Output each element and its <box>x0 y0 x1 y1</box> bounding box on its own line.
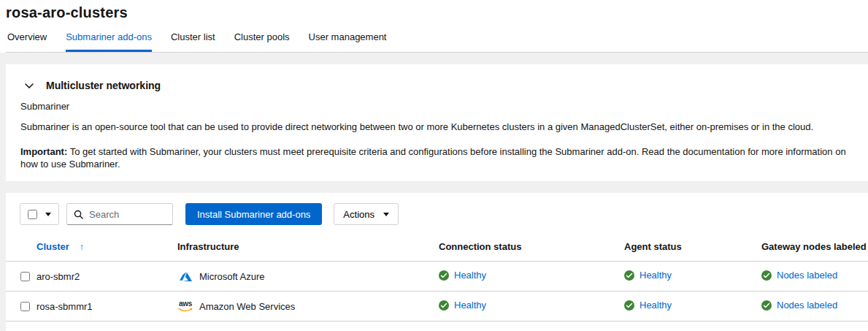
infrastructure-label: Microsoft Azure <box>199 271 265 282</box>
sort-ascending-icon: ↑ <box>80 241 85 252</box>
infrastructure-cell: Microsoft Azure <box>177 270 439 283</box>
aws-logo-icon: aws <box>177 300 193 312</box>
connection-status-link[interactable]: Healthy <box>439 270 486 281</box>
important-note: Important: To get started with Submarine… <box>20 145 856 171</box>
check-circle-icon <box>761 300 772 311</box>
connection-status-link[interactable]: Healthy <box>439 300 486 311</box>
infrastructure-label: Amazon Web Services <box>199 301 295 312</box>
cluster-header-label: Cluster <box>37 241 69 252</box>
table-row: aro-sbmr2 Microsoft Azure Healthy <box>6 262 868 292</box>
table-toolbar: Install Submariner add-ons Actions <box>6 193 868 225</box>
tab-submariner-add-ons[interactable]: Submariner add-ons <box>66 31 152 52</box>
multicluster-networking-expand-toggle[interactable]: Multicluster networking <box>20 80 856 91</box>
azure-logo-icon <box>177 270 193 283</box>
bulk-select-dropdown[interactable] <box>20 203 59 225</box>
header-checkbox-spacer <box>6 238 37 262</box>
check-circle-icon <box>624 270 634 281</box>
chevron-down-icon <box>25 83 34 88</box>
gateway-status-label: Nodes labeled <box>777 270 837 281</box>
connection-status-label: Healthy <box>454 300 486 311</box>
row-checkbox[interactable] <box>20 302 30 311</box>
agent-status-label: Healthy <box>640 300 672 311</box>
tab-cluster-pools[interactable]: Cluster pools <box>234 31 290 52</box>
important-text: To get started with Submariner, your clu… <box>20 146 846 170</box>
gateway-status-link[interactable]: Nodes labeled <box>761 300 837 311</box>
caret-down-icon <box>45 213 51 216</box>
tab-cluster-list[interactable]: Cluster list <box>171 31 215 52</box>
important-label: Important: <box>20 146 67 157</box>
clusters-table: Cluster↑ Infrastructure Connection statu… <box>6 238 868 322</box>
aws-logo-text: aws <box>179 300 192 308</box>
table-header-row: Cluster↑ Infrastructure Connection statu… <box>6 238 868 262</box>
actions-label: Actions <box>343 209 375 220</box>
search-input[interactable] <box>89 209 162 220</box>
tab-user-management[interactable]: User management <box>309 31 387 52</box>
column-header-agent-status[interactable]: Agent status <box>624 238 761 262</box>
check-circle-icon <box>439 300 449 311</box>
check-circle-icon <box>761 270 772 281</box>
page-content: Multicluster networking Submariner Subma… <box>0 53 868 331</box>
cluster-name: aro-sbmr2 <box>37 262 177 292</box>
tab-overview[interactable]: Overview <box>7 31 47 52</box>
page-title: rosa-aro-clusters <box>6 4 868 21</box>
table-row: rosa-sbmmr1 aws Amazon Web Services <box>6 292 868 322</box>
column-header-connection-status[interactable]: Connection status <box>439 238 624 262</box>
tab-bar: Overview Submariner add-ons Cluster list… <box>6 31 868 53</box>
section-title: Multicluster networking <box>46 80 161 91</box>
multicluster-networking-card: Multicluster networking Submariner Subma… <box>6 64 868 181</box>
agent-status-label: Healthy <box>640 270 672 281</box>
column-header-gateway-nodes-labeled[interactable]: Gateway nodes labeled <box>761 238 868 262</box>
search-box <box>66 203 173 225</box>
bulk-select-checkbox[interactable] <box>28 210 37 219</box>
column-header-infrastructure[interactable]: Infrastructure <box>177 238 439 262</box>
connection-status-label: Healthy <box>454 270 486 281</box>
infrastructure-cell: aws Amazon Web Services <box>177 300 439 312</box>
submariner-table-card: Install Submariner add-ons Actions Clust… <box>6 193 868 331</box>
row-checkbox[interactable] <box>20 272 30 281</box>
cluster-name: rosa-sbmmr1 <box>37 292 177 322</box>
check-circle-icon <box>439 270 449 281</box>
gateway-status-label: Nodes labeled <box>777 300 837 311</box>
install-submariner-add-ons-button[interactable]: Install Submariner add-ons <box>185 203 322 225</box>
page-header: rosa-aro-clusters Overview Submariner ad… <box>0 0 868 53</box>
actions-dropdown-button[interactable]: Actions <box>334 203 399 225</box>
submariner-subtitle: Submariner <box>20 101 856 112</box>
gateway-status-link[interactable]: Nodes labeled <box>761 270 837 281</box>
column-header-cluster[interactable]: Cluster↑ <box>37 238 177 262</box>
agent-status-link[interactable]: Healthy <box>624 270 672 281</box>
agent-status-link[interactable]: Healthy <box>624 300 672 311</box>
check-circle-icon <box>624 300 634 311</box>
submariner-description: Submariner is an open-source tool that c… <box>20 121 856 134</box>
caret-down-icon <box>383 213 389 216</box>
search-icon <box>74 210 83 219</box>
